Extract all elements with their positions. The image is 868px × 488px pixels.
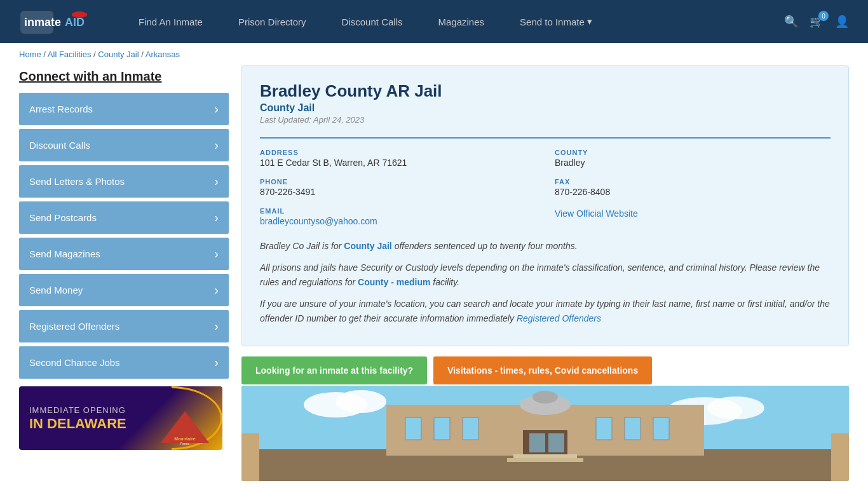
facility-card: Bradley County AR Jail County Jail Last … — [241, 65, 849, 346]
sidebar-item-label: Second Chance Jobs — [29, 357, 120, 368]
nav-send-to-inmate[interactable]: Send to Inmate ▾ — [502, 0, 610, 43]
desc-para-1: Bradley Co Jail is for County Jail offen… — [260, 239, 831, 253]
nav-right-icons: 🔍 🛒 0 👤 — [784, 15, 849, 29]
nav-magazines[interactable]: Magazines — [420, 0, 502, 43]
desc-para-3: If you are unsure of your inmate's locat… — [260, 297, 831, 325]
info-address: ADDRESS 101 E Cedar St B, Warren, AR 716… — [260, 149, 536, 168]
sidebar-item-label: Registered Offenders — [29, 321, 119, 332]
fax-label: FAX — [555, 178, 831, 186]
svg-rect-18 — [405, 417, 421, 440]
breadcrumb: Home / All Facilities / County Jail / Ar… — [0, 43, 868, 65]
ad-line2: IN DELAWARE — [29, 416, 126, 431]
sidebar-item-label: Send Magazines — [29, 248, 100, 259]
address-value: 101 E Cedar St B, Warren, AR 71621 — [260, 158, 536, 168]
facility-updated: Last Updated: April 24, 2023 — [260, 115, 831, 125]
arrow-icon: › — [214, 102, 219, 116]
phone-label: PHONE — [260, 178, 536, 186]
breadcrumb-all-facilities[interactable]: All Facilities — [48, 50, 92, 59]
svg-rect-22 — [625, 417, 641, 440]
svg-text:inmate: inmate — [24, 16, 61, 29]
county-jail-link[interactable]: County Jail — [344, 241, 391, 251]
arrow-icon: › — [214, 247, 219, 261]
find-inmate-button[interactable]: Looking for an inmate at this facility? — [241, 356, 427, 384]
sidebar: Connect with an Inmate Arrest Records › … — [19, 65, 229, 481]
svg-rect-21 — [596, 417, 612, 440]
sidebar-item-label: Send Money — [29, 285, 83, 295]
arrow-icon: › — [214, 283, 219, 297]
info-email: EMAIL bradleycountyso@yahoo.com — [260, 207, 536, 226]
ad-line1: IMMEDIATE OPENING — [29, 405, 126, 416]
breadcrumb-state[interactable]: Arkansas — [146, 50, 180, 59]
action-buttons: Looking for an inmate at this facility? … — [241, 356, 849, 384]
user-icon[interactable]: 👤 — [835, 15, 849, 29]
sidebar-item-send-postcards[interactable]: Send Postcards › — [19, 201, 229, 234]
sidebar-menu: Arrest Records › Discount Calls › Send L… — [19, 93, 229, 379]
main-content: Connect with an Inmate Arrest Records › … — [0, 65, 868, 488]
ad-logo-mountain: Mountaire Farms — [156, 408, 214, 446]
breadcrumb-county-jail[interactable]: County Jail — [98, 50, 139, 59]
facility-description: Bradley Co Jail is for County Jail offen… — [260, 239, 831, 325]
sidebar-item-second-chance-jobs[interactable]: Second Chance Jobs › — [19, 346, 229, 379]
address-label: ADDRESS — [260, 149, 536, 156]
info-website: View Official Website — [555, 207, 831, 226]
header: inmate AID Find An Inmate Prison Directo… — [0, 0, 868, 43]
sidebar-item-send-magazines[interactable]: Send Magazines › — [19, 238, 229, 270]
search-icon[interactable]: 🔍 — [784, 15, 798, 29]
email-link[interactable]: bradleycountyso@yahoo.com — [260, 216, 536, 226]
sidebar-item-send-letters[interactable]: Send Letters & Photos › — [19, 165, 229, 198]
county-label: COUNTY — [555, 149, 831, 156]
svg-rect-28 — [507, 458, 583, 462]
sidebar-ad-banner[interactable]: IMMEDIATE OPENING IN DELAWARE Mountaire … — [19, 386, 222, 450]
nav-find-inmate[interactable]: Find An Inmate — [121, 0, 220, 43]
facility-info-grid: ADDRESS 101 E Cedar St B, Warren, AR 716… — [260, 137, 831, 226]
svg-rect-26 — [548, 433, 564, 452]
svg-rect-4 — [72, 13, 87, 17]
arrow-icon: › — [214, 174, 219, 189]
email-label: EMAIL — [260, 207, 536, 215]
svg-point-12 — [707, 396, 764, 419]
sidebar-item-send-money[interactable]: Send Money › — [19, 274, 229, 306]
facility-name: Bradley County AR Jail — [260, 81, 831, 101]
svg-rect-20 — [463, 417, 478, 440]
phone-value: 870-226-3491 — [260, 187, 536, 197]
svg-rect-25 — [529, 433, 545, 452]
svg-point-10 — [336, 390, 386, 413]
content-area: Bradley County AR Jail County Jail Last … — [241, 65, 849, 481]
sidebar-title: Connect with an Inmate — [19, 65, 229, 84]
nav-prison-directory[interactable]: Prison Directory — [220, 0, 324, 43]
county-value: Bradley — [555, 158, 831, 168]
logo[interactable]: inmate AID — [19, 8, 95, 35]
cart-badge: 0 — [818, 11, 829, 21]
arrow-icon: › — [214, 138, 219, 152]
ad-text-block: IMMEDIATE OPENING IN DELAWARE — [29, 405, 126, 431]
info-county: COUNTY Bradley — [555, 149, 831, 168]
visitations-button[interactable]: Visitations - times, rules, Covid cancel… — [433, 356, 652, 384]
desc-para-2: All prisons and jails have Security or C… — [260, 261, 831, 289]
facility-photo — [241, 386, 849, 481]
arrow-icon: › — [214, 210, 219, 225]
arrow-icon: › — [214, 355, 219, 370]
sidebar-item-label: Discount Calls — [29, 140, 90, 151]
sidebar-item-label: Send Letters & Photos — [29, 176, 125, 187]
sidebar-item-discount-calls[interactable]: Discount Calls › — [19, 129, 229, 161]
svg-text:Farms: Farms — [180, 442, 189, 445]
website-link[interactable]: View Official Website — [555, 208, 831, 219]
sidebar-item-arrest-records[interactable]: Arrest Records › — [19, 93, 229, 125]
county-medium-link[interactable]: County - medium — [358, 277, 430, 287]
cart-wrapper[interactable]: 🛒 0 — [810, 15, 824, 29]
fax-value: 870-226-8408 — [555, 187, 831, 197]
sidebar-item-label: Send Postcards — [29, 212, 97, 223]
info-phone: PHONE 870-226-3491 — [260, 178, 536, 197]
arrow-icon: › — [214, 319, 219, 334]
svg-rect-19 — [434, 417, 450, 440]
dropdown-arrow-icon: ▾ — [587, 16, 592, 27]
svg-text:Mountaire: Mountaire — [174, 437, 196, 441]
sidebar-item-registered-offenders[interactable]: Registered Offenders › — [19, 310, 229, 342]
svg-text:AID: AID — [65, 16, 85, 29]
nav-discount-calls[interactable]: Discount Calls — [324, 0, 421, 43]
breadcrumb-home[interactable]: Home — [19, 50, 41, 59]
sidebar-item-label: Arrest Records — [29, 104, 93, 114]
registered-offenders-link[interactable]: Registered Offenders — [517, 313, 601, 323]
main-nav: Find An Inmate Prison Directory Discount… — [121, 0, 784, 43]
facility-type: County Jail — [260, 102, 831, 114]
